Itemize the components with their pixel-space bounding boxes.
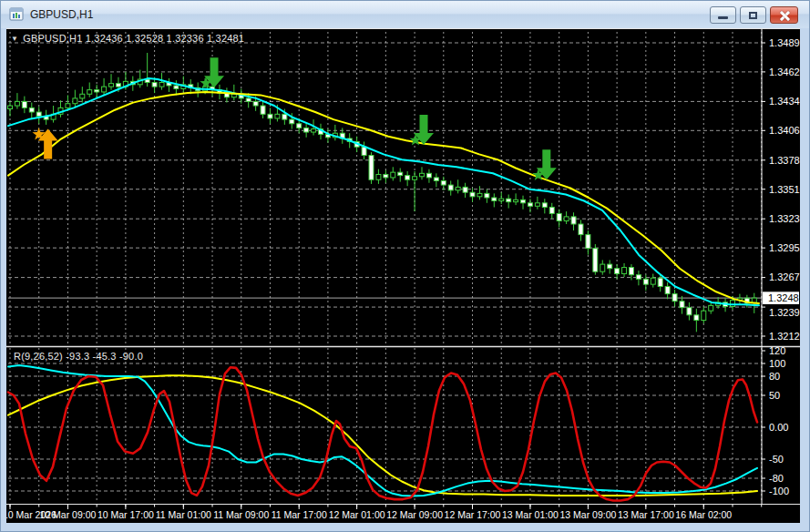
bear-candle [29,107,34,112]
chart-app-icon [9,7,24,22]
bear-candle [507,199,511,201]
bull-candle [564,217,569,221]
bull-candle [87,90,92,95]
bull-candle [702,311,706,320]
bear-candle [549,207,554,213]
bull-candle [312,129,316,132]
bear-candle [485,193,489,198]
time-axis-label: 11 Mar 09:00 [213,509,269,520]
price-axis-label: 1.34065 [769,125,800,136]
bull-candle [651,278,655,284]
bear-candle [405,176,410,180]
bear-candle [152,83,157,87]
time-axis-label: 13 Mar 01:00 [502,509,559,520]
current-price-label: 1.32481 [763,292,800,304]
bear-candle [304,128,309,132]
bull-candle [600,264,605,271]
bull-candle [109,84,114,87]
bear-candle [658,278,662,286]
indicator-axis-label: -100 [769,486,789,496]
indicator-axis-label: -50 [769,454,784,465]
close-icon [771,7,797,23]
indicator-axis-label: 50 [769,390,780,401]
bear-candle [282,114,287,119]
bear-candle [542,203,547,208]
price-axis-label: 1.33785 [769,155,800,166]
bear-candle [116,84,120,87]
indicator-axis-label: 0.00 [769,422,788,433]
bear-candle [398,172,403,175]
bear-candle [246,98,251,101]
time-axis-label: 12 Mar 01:00 [329,509,385,520]
bull-candle [80,94,85,98]
bear-candle [579,224,583,235]
bear-candle [593,249,598,272]
bear-candle [470,192,475,197]
price-axis-label: 1.32955 [769,242,800,253]
bear-candle [434,178,438,180]
price-axis-label: 1.32675 [769,271,800,282]
bull-candle [73,98,77,104]
bear-candle [672,294,677,302]
bull-candle [622,268,627,274]
svg-text:1.32481: 1.32481 [768,292,800,303]
time-axis-label: 10 Mar 17:00 [97,509,154,520]
minimize-button[interactable] [710,6,736,24]
bull-candle [499,199,504,200]
bear-candle [586,235,590,249]
bear-candle [95,90,99,92]
bull-candle [514,200,518,201]
bear-candle [687,308,692,315]
bull-candle [275,114,280,118]
indicator-axis-label: 100 [769,358,785,369]
bear-candle [22,101,26,107]
bull-candle [731,301,735,307]
bear-candle [426,173,431,178]
price-axis-label: 1.34620 [769,66,800,77]
bull-candle [535,203,539,206]
bear-candle [384,174,388,177]
bear-candle [253,101,258,106]
time-axis-label: 11 Mar 17:00 [272,509,327,520]
restore-button[interactable] [740,6,766,24]
time-axis-label: 10 Mar 09:00 [40,509,97,520]
bear-candle [608,264,612,269]
time-axis-label: 12 Mar 17:00 [445,509,501,520]
bull-candle [102,87,107,92]
time-axis-label: 13 Mar 09:00 [559,509,616,520]
price-axis-label: 1.33510 [769,184,800,195]
bear-candle [557,213,561,220]
bear-candle [290,119,294,124]
bear-candle [615,269,620,274]
bear-candle [261,106,265,114]
bull-candle [8,106,13,108]
bull-candle [391,172,395,178]
bull-candle [66,104,70,108]
bear-candle [448,185,453,190]
close-button[interactable] [770,6,798,24]
restore-icon [749,12,757,19]
indicator-axis-label: -80 [769,473,784,484]
bear-candle [528,203,532,206]
bear-candle [694,315,699,321]
bear-candle [680,302,684,308]
bull-candle [477,193,482,196]
bear-candle [463,187,467,192]
bull-candle [413,177,417,179]
bear-candle [362,147,366,155]
bear-candle [268,114,272,118]
indicator-axis-label: 120 [769,345,785,356]
bear-candle [36,112,41,117]
bull-candle [456,187,460,189]
time-axis-label: 12 Mar 09:00 [386,509,443,520]
bull-candle [159,83,164,87]
bear-candle [521,200,526,202]
indicator-axis-label: 80 [769,371,780,382]
time-axis-label: 13 Mar 17:00 [618,509,674,520]
window-titlebar[interactable]: GBPUSD,H1 [1,1,809,28]
chart-canvas[interactable]: 1.348951.346201.343401.340651.337851.335… [6,28,800,525]
price-axis-label: 1.32120 [769,331,800,342]
bear-candle [297,124,302,128]
bull-candle [709,305,713,311]
bear-candle [369,156,374,180]
